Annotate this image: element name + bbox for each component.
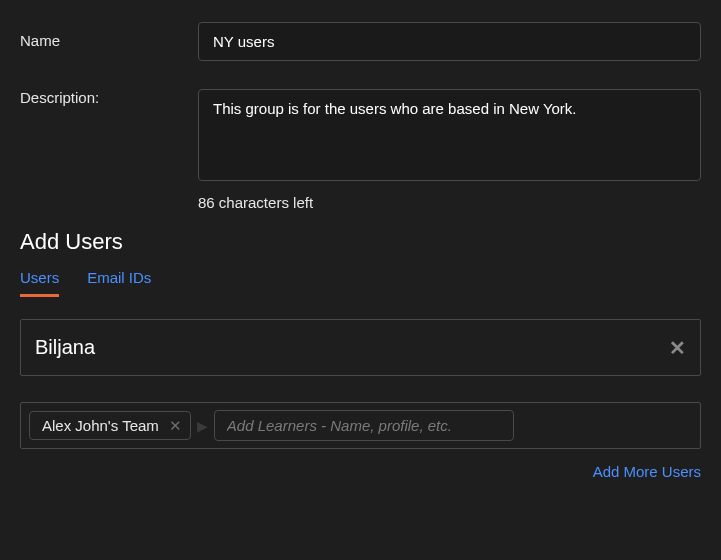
- clear-search-icon[interactable]: ✕: [669, 338, 686, 358]
- user-search-value: Biljana: [35, 336, 95, 359]
- name-label: Name: [20, 22, 198, 49]
- team-chip-label: Alex John's Team: [42, 417, 159, 434]
- chevron-right-icon: ▶: [197, 418, 208, 434]
- description-char-counter: 86 characters left: [198, 194, 701, 211]
- description-textarea[interactable]: [198, 89, 701, 181]
- tab-users[interactable]: Users: [20, 269, 59, 297]
- add-more-row: Add More Users: [20, 463, 701, 480]
- team-chip: Alex John's Team ✕: [29, 411, 191, 440]
- remove-chip-icon[interactable]: ✕: [169, 418, 182, 433]
- add-more-users-link[interactable]: Add More Users: [593, 463, 701, 480]
- tab-email-ids[interactable]: Email IDs: [87, 269, 151, 297]
- description-label: Description:: [20, 89, 198, 106]
- add-learners-input[interactable]: [214, 410, 514, 441]
- name-input[interactable]: [198, 22, 701, 61]
- add-users-tabs: Users Email IDs: [20, 269, 701, 297]
- selected-users-row[interactable]: Alex John's Team ✕ ▶: [20, 402, 701, 449]
- user-search-box[interactable]: Biljana ✕: [20, 319, 701, 376]
- name-field-row: Name: [20, 22, 701, 61]
- description-field-row: Description: 86 characters left: [20, 89, 701, 211]
- add-users-heading: Add Users: [20, 229, 701, 255]
